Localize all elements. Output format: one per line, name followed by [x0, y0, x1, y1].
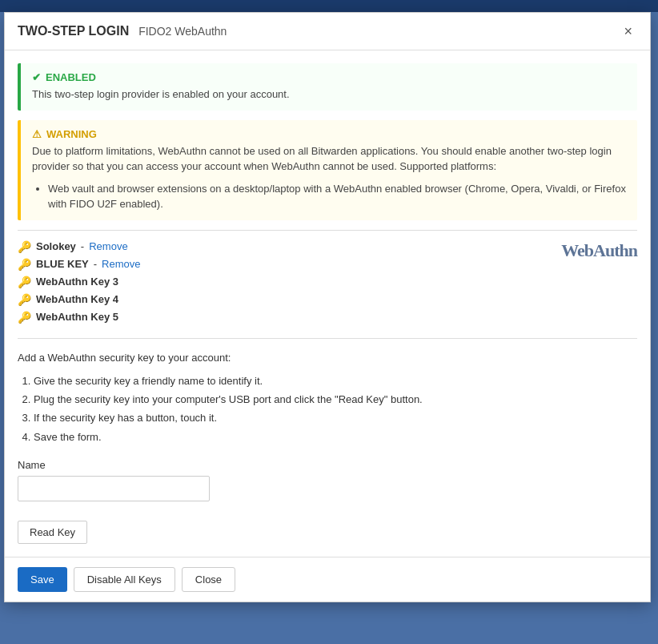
- webauthn-logo: WebAuthn: [561, 240, 637, 261]
- enabled-alert: ✔ ENABLED This two-step login provider i…: [18, 63, 637, 111]
- instructions-list: Give the security key a friendly name to…: [34, 372, 637, 447]
- enabled-title: ✔ ENABLED: [32, 71, 626, 83]
- separator: -: [94, 258, 97, 270]
- disable-all-keys-button[interactable]: Disable All Keys: [74, 567, 175, 592]
- keys-section: 🔑 Solokey - Remove 🔑 BLUE KEY - Remove 🔑…: [18, 230, 637, 339]
- list-item: 🔑 WebAuthn Key 4: [18, 293, 141, 306]
- list-item: 🔑 Solokey - Remove: [18, 240, 141, 253]
- name-label: Name: [18, 459, 637, 471]
- key-icon: 🔑: [18, 240, 31, 253]
- key-name: Solokey: [36, 240, 76, 252]
- remove-link[interactable]: Remove: [89, 240, 127, 252]
- modal-body: ✔ ENABLED This two-step login provider i…: [5, 50, 650, 557]
- instructions-section: Add a WebAuthn security key to your acco…: [18, 352, 637, 447]
- key-icon: 🔑: [18, 258, 31, 271]
- modal-subtitle: FIDO2 WebAuthn: [138, 25, 227, 38]
- key-name: WebAuthn Key 4: [36, 293, 118, 305]
- top-bar: [0, 0, 658, 12]
- warning-list-item: Web vault and browser extensions on a de…: [48, 181, 626, 212]
- modal-header: TWO-STEP LOGIN FIDO2 WebAuthn ×: [5, 13, 650, 50]
- read-key-button[interactable]: Read Key: [18, 521, 87, 544]
- warning-message: Due to platform limitations, WebAuthn ca…: [32, 143, 626, 175]
- instruction-step-1: Give the security key a friendly name to…: [34, 372, 637, 390]
- separator: -: [81, 240, 84, 252]
- key-name: WebAuthn Key 5: [36, 311, 118, 323]
- warning-icon: ⚠: [32, 128, 42, 140]
- name-input[interactable]: [18, 476, 210, 501]
- key-name: WebAuthn Key 3: [36, 276, 118, 288]
- check-icon: ✔: [32, 71, 41, 83]
- list-item: 🔑 WebAuthn Key 3: [18, 276, 141, 288]
- close-icon-button[interactable]: ×: [619, 22, 637, 40]
- warning-title: ⚠ WARNING: [32, 128, 626, 140]
- keys-list: 🔑 Solokey - Remove 🔑 BLUE KEY - Remove 🔑…: [18, 240, 141, 328]
- key-icon: 🔑: [18, 276, 31, 288]
- close-button[interactable]: Close: [182, 567, 235, 592]
- instruction-step-4: Save the form.: [34, 428, 637, 446]
- modal-title-group: TWO-STEP LOGIN FIDO2 WebAuthn: [18, 24, 227, 38]
- modal-title: TWO-STEP LOGIN: [18, 24, 129, 38]
- list-item: 🔑 BLUE KEY - Remove: [18, 258, 141, 271]
- name-form-group: Name: [18, 459, 637, 501]
- key-icon: 🔑: [18, 311, 31, 324]
- modal-dialog: TWO-STEP LOGIN FIDO2 WebAuthn × ✔ ENABLE…: [4, 12, 651, 602]
- instructions-heading: Add a WebAuthn security key to your acco…: [18, 352, 637, 364]
- enabled-message: This two-step login provider is enabled …: [32, 87, 626, 103]
- remove-link[interactable]: Remove: [102, 258, 140, 270]
- modal-footer: Save Disable All Keys Close: [5, 557, 650, 602]
- list-item: 🔑 WebAuthn Key 5: [18, 311, 141, 324]
- key-icon: 🔑: [18, 293, 31, 306]
- instruction-step-3: If the security key has a button, touch …: [34, 409, 637, 427]
- instruction-step-2: Plug the security key into your computer…: [34, 390, 637, 409]
- warning-alert: ⚠ WARNING Due to platform limitations, W…: [18, 120, 637, 220]
- save-button[interactable]: Save: [18, 567, 67, 592]
- key-name: BLUE KEY: [36, 258, 89, 270]
